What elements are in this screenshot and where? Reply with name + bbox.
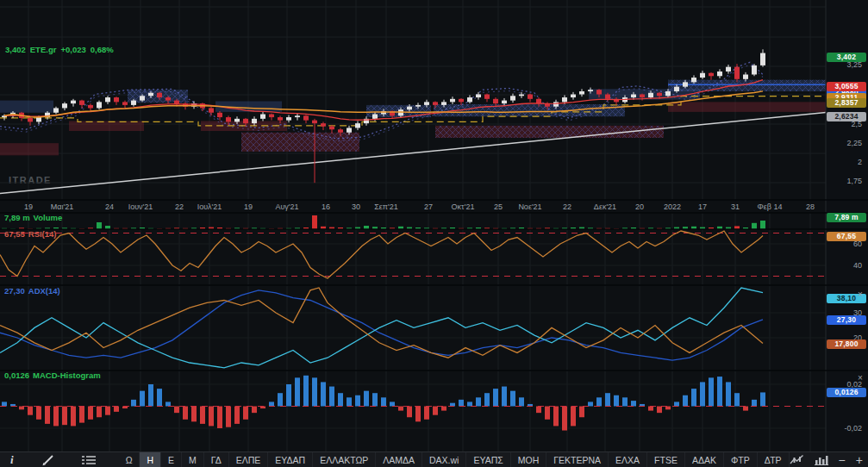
trading-chart-app: ITRADE 3,402ETE.gr+0,0230,68% 7,89 mVolu… (0, 0, 868, 467)
rsi-value: 67,55 (4, 229, 25, 239)
toolbar-symbol-ΜΟΗ[interactable]: ΜΟΗ (511, 452, 547, 467)
time-axis-label: Αυγ'21 (275, 202, 298, 211)
time-axis-label: Οκτ'21 (452, 202, 475, 211)
volume-panel-label: 7,89 mVolume (4, 213, 66, 222)
toolbar-symbol-ΛΑΜΔΑ[interactable]: ΛΑΜΔΑ (376, 452, 422, 467)
rsi-name: RSI(14) (28, 229, 57, 239)
adx-panel-label: 27,30ADX(14) (4, 286, 64, 296)
macd-value: 0,0126 (4, 370, 29, 380)
axis-tick-label: 1,75 (826, 177, 862, 185)
time-axis-label: 27 (424, 202, 433, 211)
time-axis-label: Φεβ 14 (758, 202, 783, 211)
axis-tick-label: -0,02 (826, 424, 862, 433)
time-axis-label: 22 (175, 202, 184, 211)
chart-overlays: 3,402ETE.gr+0,0230,68% 7,89 mVolume 67,5… (0, 0, 868, 451)
volume-name: Volume (34, 213, 63, 222)
badge-macd: 0,0126 (827, 388, 866, 397)
badge-rsi: 67,55 (827, 232, 866, 241)
time-axis-label: 28 (806, 202, 815, 211)
line-chart-icon[interactable] (790, 452, 804, 467)
toolbar-symbol-ΕΥΔΑΠ[interactable]: ΕΥΔΑΠ (268, 452, 313, 467)
bottom-toolbar: i ΩΗΕΜΓΔΕΛΠΕΕΥΔΑΠΕΛΛΑΚΤΩΡΛΑΜΔΑDAX.wiΕΥΑΠ… (0, 451, 868, 467)
time-axis-label: 19 (24, 202, 33, 211)
panel-close-icon[interactable]: × (858, 374, 863, 382)
toolbar-symbol-Ε[interactable]: Ε (161, 452, 182, 467)
time-axis-label: 30 (352, 202, 360, 211)
toolbar-symbol-DAX.wi[interactable]: DAX.wi (422, 452, 466, 467)
zoom-in-button[interactable]: + (856, 452, 863, 467)
toolbar-symbol-ΕΛΠΕ[interactable]: ΕΛΠΕ (229, 452, 269, 467)
macd-panel-label: 0,0126MACD-Histogram (4, 370, 104, 380)
toolbar-symbol-Η[interactable]: Η (140, 452, 161, 467)
time-axis-label: 22 (563, 202, 571, 211)
badge-trendline-gray: 2,6234 (827, 112, 866, 121)
time-axis-label: 24 (105, 202, 114, 211)
toolbar-symbol-ΑΔΑΚ[interactable]: ΑΔΑΚ (685, 452, 724, 467)
time-axis-label: Δεκ'21 (594, 202, 616, 211)
toolbar-symbol-ΓΔ[interactable]: ΓΔ (204, 452, 229, 467)
zoom-out-button[interactable]: − (839, 452, 846, 467)
draw-pencil-icon[interactable] (41, 452, 55, 467)
badge-ema-red: 3,0555 (827, 82, 866, 91)
toolbar-symbol-Μ[interactable]: Μ (182, 452, 204, 467)
badge-kijun-yellow: 2,8357 (827, 98, 866, 108)
time-axis-label: 19 (244, 202, 253, 211)
symbol-change: +0,023 (60, 45, 85, 54)
toolbar-right: − + (790, 452, 868, 467)
badge-di-minus: 17,800 (827, 339, 866, 349)
badge-last-price: 3,402 (827, 53, 866, 62)
toolbar-symbol-ΔΤΡ[interactable]: ΔΤΡ (758, 452, 790, 467)
badge-adx: 27,30 (827, 315, 866, 325)
time-axis-label: 31 (731, 202, 740, 211)
toolbar-symbol-ΕΛΛΑΚΤΩΡ[interactable]: ΕΛΛΑΚΤΩΡ (313, 452, 376, 467)
volume-value: 7,89 m (4, 213, 30, 222)
adx-value: 27,30 (4, 286, 25, 296)
time-axis-label: Νοε'21 (518, 202, 541, 211)
symbol-last-price: 3,402 (5, 45, 26, 54)
list-icon (81, 455, 97, 465)
watchlist-icon[interactable] (81, 452, 97, 467)
rsi-panel-label: 67,55RSI(14) (4, 229, 60, 239)
panel-close-icon[interactable]: × (858, 290, 863, 298)
axis-tick-label: 2,25 (826, 139, 862, 147)
toolbar-symbol-ΓΕΚΤΕΡΝΑ[interactable]: ΓΕΚΤΕΡΝΑ (546, 452, 609, 467)
symbol-change-pct: 0,68% (91, 45, 114, 54)
time-axis-label: Μαι'21 (51, 202, 73, 211)
macd-name: MACD-Histogram (33, 370, 101, 380)
time-axis-label: 16 (322, 202, 330, 211)
toolbar-symbol-FTSE[interactable]: FTSE (647, 452, 685, 467)
badge-volume: 7,89 m (827, 213, 866, 222)
symbol-tabs: ΩΗΕΜΓΔΕΛΠΕΕΥΔΑΠΕΛΛΑΚΤΩΡΛΑΜΔΑDAX.wiΕΥΑΠΣΜ… (119, 452, 790, 467)
axis-tick-label: 2 (826, 158, 862, 166)
pencil-icon (41, 454, 55, 466)
symbol-info: 3,402ETE.gr+0,0230,68% (5, 45, 118, 54)
symbol-name: ETE.gr (30, 45, 57, 54)
time-axis-label: 2022 (664, 202, 681, 211)
histogram-icon[interactable] (815, 452, 828, 467)
time-axis-label: Ιουν'21 (128, 202, 153, 211)
toolbar-symbol-Ω[interactable]: Ω (119, 452, 141, 467)
toolbar-symbol-ΦΤΡ[interactable]: ΦΤΡ (724, 452, 758, 467)
time-axis-label: Σεπ'21 (374, 202, 398, 211)
time-axis-label: 17 (698, 202, 707, 211)
time-axis-label: Ιουλ'21 (197, 202, 222, 211)
toolbar-symbol-ΕΥΑΠΣ[interactable]: ΕΥΑΠΣ (466, 452, 510, 467)
adx-name: ADX(14) (28, 286, 60, 296)
info-icon[interactable]: i (10, 452, 14, 467)
time-axis-label: 25 (494, 202, 503, 211)
time-axis-label: 20 (635, 202, 644, 211)
toolbar-symbol-ΕΛΧΑ[interactable]: ΕΛΧΑ (609, 452, 647, 467)
axis-tick-label: 40 (826, 261, 862, 270)
